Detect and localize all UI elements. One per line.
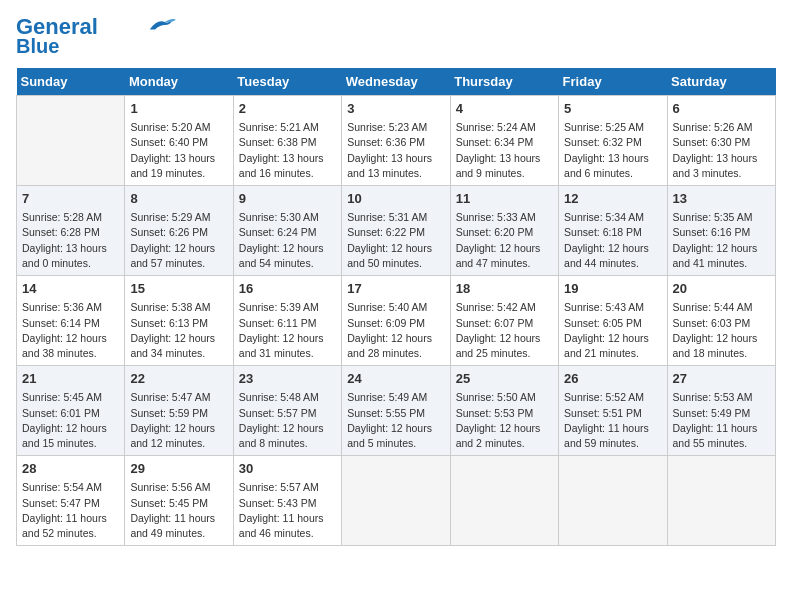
day-info: Sunrise: 5:49 AMSunset: 5:55 PMDaylight:… [347,390,444,451]
sunrise-label: Sunrise: 5:54 AM [22,481,102,493]
sunrise-label: Sunrise: 5:43 AM [564,301,644,313]
day-info: Sunrise: 5:44 AMSunset: 6:03 PMDaylight:… [673,300,770,361]
day-number: 16 [239,280,336,298]
logo-bird-icon [146,16,176,34]
daylight-label: Daylight: 11 hours and 59 minutes. [564,422,649,449]
daylight-label: Daylight: 12 hours and 25 minutes. [456,332,541,359]
calendar-cell [17,96,125,186]
sunset-label: Sunset: 5:49 PM [673,407,751,419]
daylight-label: Daylight: 12 hours and 47 minutes. [456,242,541,269]
day-info: Sunrise: 5:57 AMSunset: 5:43 PMDaylight:… [239,480,336,541]
daylight-label: Daylight: 12 hours and 18 minutes. [673,332,758,359]
col-header-friday: Friday [559,68,667,96]
calendar-cell: 14Sunrise: 5:36 AMSunset: 6:14 PMDayligh… [17,276,125,366]
day-number: 29 [130,460,227,478]
daylight-label: Daylight: 12 hours and 31 minutes. [239,332,324,359]
sunrise-label: Sunrise: 5:45 AM [22,391,102,403]
sunset-label: Sunset: 6:07 PM [456,317,534,329]
calendar-cell: 1Sunrise: 5:20 AMSunset: 6:40 PMDaylight… [125,96,233,186]
day-info: Sunrise: 5:43 AMSunset: 6:05 PMDaylight:… [564,300,661,361]
day-number: 28 [22,460,119,478]
day-info: Sunrise: 5:39 AMSunset: 6:11 PMDaylight:… [239,300,336,361]
day-info: Sunrise: 5:30 AMSunset: 6:24 PMDaylight:… [239,210,336,271]
day-number: 4 [456,100,553,118]
day-number: 30 [239,460,336,478]
day-number: 5 [564,100,661,118]
sunset-label: Sunset: 6:34 PM [456,136,534,148]
day-number: 10 [347,190,444,208]
daylight-label: Daylight: 12 hours and 54 minutes. [239,242,324,269]
calendar-cell: 17Sunrise: 5:40 AMSunset: 6:09 PMDayligh… [342,276,450,366]
day-number: 7 [22,190,119,208]
daylight-label: Daylight: 12 hours and 28 minutes. [347,332,432,359]
sunset-label: Sunset: 5:51 PM [564,407,642,419]
sunrise-label: Sunrise: 5:50 AM [456,391,536,403]
calendar-cell [450,456,558,546]
sunset-label: Sunset: 6:05 PM [564,317,642,329]
sunrise-label: Sunrise: 5:38 AM [130,301,210,313]
day-info: Sunrise: 5:28 AMSunset: 6:28 PMDaylight:… [22,210,119,271]
day-number: 17 [347,280,444,298]
col-header-tuesday: Tuesday [233,68,341,96]
col-header-thursday: Thursday [450,68,558,96]
calendar-cell: 15Sunrise: 5:38 AMSunset: 6:13 PMDayligh… [125,276,233,366]
day-number: 20 [673,280,770,298]
calendar-cell [667,456,775,546]
sunset-label: Sunset: 6:16 PM [673,226,751,238]
daylight-label: Daylight: 11 hours and 52 minutes. [22,512,107,539]
sunrise-label: Sunrise: 5:36 AM [22,301,102,313]
sunrise-label: Sunrise: 5:29 AM [130,211,210,223]
daylight-label: Daylight: 13 hours and 0 minutes. [22,242,107,269]
day-info: Sunrise: 5:24 AMSunset: 6:34 PMDaylight:… [456,120,553,181]
sunset-label: Sunset: 6:32 PM [564,136,642,148]
week-row-3: 14Sunrise: 5:36 AMSunset: 6:14 PMDayligh… [17,276,776,366]
day-info: Sunrise: 5:53 AMSunset: 5:49 PMDaylight:… [673,390,770,451]
sunset-label: Sunset: 6:09 PM [347,317,425,329]
calendar-cell: 8Sunrise: 5:29 AMSunset: 6:26 PMDaylight… [125,186,233,276]
day-number: 13 [673,190,770,208]
day-info: Sunrise: 5:52 AMSunset: 5:51 PMDaylight:… [564,390,661,451]
calendar-cell: 25Sunrise: 5:50 AMSunset: 5:53 PMDayligh… [450,366,558,456]
day-info: Sunrise: 5:35 AMSunset: 6:16 PMDaylight:… [673,210,770,271]
day-info: Sunrise: 5:31 AMSunset: 6:22 PMDaylight:… [347,210,444,271]
sunset-label: Sunset: 6:26 PM [130,226,208,238]
sunset-label: Sunset: 6:30 PM [673,136,751,148]
week-row-1: 1Sunrise: 5:20 AMSunset: 6:40 PMDaylight… [17,96,776,186]
calendar-cell: 18Sunrise: 5:42 AMSunset: 6:07 PMDayligh… [450,276,558,366]
daylight-label: Daylight: 13 hours and 19 minutes. [130,152,215,179]
sunrise-label: Sunrise: 5:40 AM [347,301,427,313]
calendar-cell: 21Sunrise: 5:45 AMSunset: 6:01 PMDayligh… [17,366,125,456]
week-row-5: 28Sunrise: 5:54 AMSunset: 5:47 PMDayligh… [17,456,776,546]
sunset-label: Sunset: 6:28 PM [22,226,100,238]
col-header-sunday: Sunday [17,68,125,96]
calendar-cell: 27Sunrise: 5:53 AMSunset: 5:49 PMDayligh… [667,366,775,456]
logo: General Blue [16,16,176,56]
day-info: Sunrise: 5:23 AMSunset: 6:36 PMDaylight:… [347,120,444,181]
sunrise-label: Sunrise: 5:28 AM [22,211,102,223]
calendar-cell: 29Sunrise: 5:56 AMSunset: 5:45 PMDayligh… [125,456,233,546]
day-number: 14 [22,280,119,298]
day-number: 2 [239,100,336,118]
day-info: Sunrise: 5:21 AMSunset: 6:38 PMDaylight:… [239,120,336,181]
daylight-label: Daylight: 12 hours and 38 minutes. [22,332,107,359]
day-info: Sunrise: 5:45 AMSunset: 6:01 PMDaylight:… [22,390,119,451]
sunrise-label: Sunrise: 5:39 AM [239,301,319,313]
daylight-label: Daylight: 13 hours and 9 minutes. [456,152,541,179]
daylight-label: Daylight: 13 hours and 16 minutes. [239,152,324,179]
sunrise-label: Sunrise: 5:31 AM [347,211,427,223]
sunrise-label: Sunrise: 5:48 AM [239,391,319,403]
calendar-cell: 24Sunrise: 5:49 AMSunset: 5:55 PMDayligh… [342,366,450,456]
sunrise-label: Sunrise: 5:26 AM [673,121,753,133]
calendar-cell: 2Sunrise: 5:21 AMSunset: 6:38 PMDaylight… [233,96,341,186]
day-number: 9 [239,190,336,208]
day-number: 1 [130,100,227,118]
daylight-label: Daylight: 12 hours and 44 minutes. [564,242,649,269]
day-number: 8 [130,190,227,208]
calendar-cell: 30Sunrise: 5:57 AMSunset: 5:43 PMDayligh… [233,456,341,546]
sunrise-label: Sunrise: 5:21 AM [239,121,319,133]
calendar-cell: 13Sunrise: 5:35 AMSunset: 6:16 PMDayligh… [667,186,775,276]
sunrise-label: Sunrise: 5:47 AM [130,391,210,403]
calendar-cell: 20Sunrise: 5:44 AMSunset: 6:03 PMDayligh… [667,276,775,366]
sunrise-label: Sunrise: 5:23 AM [347,121,427,133]
day-number: 18 [456,280,553,298]
